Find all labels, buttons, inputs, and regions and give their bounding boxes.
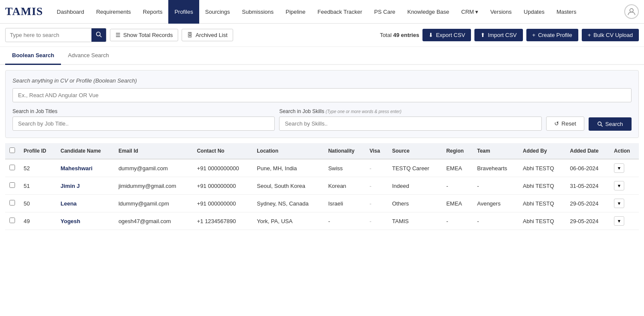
job-title-label: Search in Job Titles <box>12 108 275 114</box>
col-added-by: Added By <box>519 143 566 159</box>
cell-team: - <box>473 212 519 230</box>
nav-pipeline[interactable]: Pipeline <box>279 0 311 24</box>
cell-added-date: 06-06-2024 <box>566 159 610 177</box>
cell-action: ▾ <box>610 159 639 177</box>
row-checkbox-cell <box>5 212 19 230</box>
nav-ps-care[interactable]: PS Care <box>368 0 401 24</box>
boolean-search-label: Search anything in CV or Profile (Boolea… <box>12 77 632 84</box>
nav-versions[interactable]: Versions <box>484 0 518 24</box>
import-csv-button[interactable]: ⬆ Import CSV <box>474 29 522 41</box>
cell-region: - <box>442 212 473 230</box>
cell-candidate-name[interactable]: Leena <box>56 195 114 212</box>
col-contact-no: Contact No <box>193 143 253 159</box>
action-dropdown-button[interactable]: ▾ <box>614 163 624 173</box>
col-location: Location <box>252 143 324 159</box>
table-row: 51 Jimin J jimidummy@gmail.com +91 00000… <box>5 177 639 195</box>
app-logo: TAMIS <box>5 5 43 18</box>
select-all-checkbox[interactable] <box>9 147 15 153</box>
cell-email: ogesh47@gmail.com <box>114 212 193 230</box>
cell-nationality: Korean <box>324 177 365 195</box>
total-info: Total 49 entries <box>380 32 419 38</box>
cell-candidate-name[interactable]: Jimin J <box>56 177 114 195</box>
cell-added-by: Abhi TESTQ <box>519 195 566 212</box>
archived-list-button[interactable]: 🗄 Archived List <box>182 29 233 41</box>
cell-contact: +91 0000000000 <box>193 159 253 177</box>
archive-icon: 🗄 <box>187 32 193 38</box>
nav-reports[interactable]: Reports <box>137 0 169 24</box>
nav-updates[interactable]: Updates <box>518 0 550 24</box>
nav-sourcings[interactable]: Sourcings <box>199 0 236 24</box>
boolean-search-input[interactable] <box>12 88 632 102</box>
show-total-records-button[interactable]: ☰ Show Total Records <box>110 29 178 41</box>
cell-team: Bravehearts <box>473 159 519 177</box>
nav-masters[interactable]: Masters <box>550 0 582 24</box>
table-row: 52 Maheshwari dummy@gamil.com +91 000000… <box>5 159 639 177</box>
cell-visa: - <box>365 177 388 195</box>
cell-profile-id: 50 <box>19 195 56 212</box>
cell-candidate-name[interactable]: Maheshwari <box>56 159 114 177</box>
cell-profile-id: 52 <box>19 159 56 177</box>
cell-visa: - <box>365 159 388 177</box>
reset-button[interactable]: ↺ Reset <box>546 117 584 131</box>
col-candidate-name: Candidate Name <box>56 143 114 159</box>
job-skills-field: Search in Job Skills (Type one or more w… <box>279 108 541 131</box>
create-profile-button[interactable]: + Create Profile <box>526 29 578 41</box>
export-csv-button[interactable]: ⬇ Export CSV <box>422 29 471 41</box>
upload-icon: ⬆ <box>480 32 485 38</box>
cell-contact: +91 000000000 <box>193 177 253 195</box>
action-dropdown-button[interactable]: ▾ <box>614 199 624 208</box>
cell-team: - <box>473 177 519 195</box>
cell-visa: - <box>365 212 388 230</box>
cell-candidate-name[interactable]: Yogesh <box>56 212 114 230</box>
toolbar: ☰ Show Total Records 🗄 Archived List Tot… <box>0 24 644 47</box>
svg-line-4 <box>601 125 602 127</box>
search-input[interactable] <box>6 29 91 41</box>
cell-location: Sydney, NS, Canada <box>252 195 324 212</box>
cell-region: - <box>442 177 473 195</box>
cell-source: Indeed <box>388 177 442 195</box>
cell-added-date: 29-05-2024 <box>566 195 610 212</box>
col-region: Region <box>442 143 473 159</box>
row-checkbox[interactable] <box>9 165 15 170</box>
plus-icon-2: + <box>588 32 591 38</box>
nav-feedback-tracker[interactable]: Feedback Tracker <box>312 0 368 24</box>
cell-location: Pune, MH, India <box>252 159 324 177</box>
search-box <box>5 28 106 42</box>
job-skills-input[interactable] <box>279 117 541 131</box>
nav-submissions[interactable]: Submissions <box>236 0 280 24</box>
nav-knowledge-base[interactable]: Knowledge Base <box>401 0 456 24</box>
action-dropdown-button[interactable]: ▾ <box>614 216 624 226</box>
search-button[interactable]: Search <box>589 117 632 131</box>
action-dropdown-button[interactable]: ▾ <box>614 181 624 190</box>
search-icon-button[interactable] <box>91 28 106 42</box>
profiles-table-container: Profile ID Candidate Name Email Id Conta… <box>5 143 639 230</box>
user-avatar[interactable] <box>624 4 639 19</box>
svg-line-2 <box>100 36 102 37</box>
job-title-input[interactable] <box>12 117 275 131</box>
row-checkbox[interactable] <box>9 200 15 206</box>
nav-crm[interactable]: CRM ▾ <box>455 0 484 24</box>
bulk-cv-upload-button[interactable]: + Bulk CV Upload <box>582 29 639 41</box>
nav-dashboard[interactable]: Dashboard <box>51 0 90 24</box>
svg-point-0 <box>630 9 633 12</box>
col-team: Team <box>473 143 519 159</box>
job-skills-label: Search in Job Skills (Type one or more w… <box>279 108 541 114</box>
nav-profiles[interactable]: Profiles <box>168 0 199 24</box>
cell-source: TESTQ Career <box>388 159 442 177</box>
search-icon <box>597 121 603 127</box>
row-checkbox[interactable] <box>9 218 15 223</box>
tab-boolean-search[interactable]: Boolean Search <box>5 47 61 65</box>
cell-source: TAMIS <box>388 212 442 230</box>
cell-added-by: Abhi TESTQ <box>519 177 566 195</box>
col-profile-id: Profile ID <box>19 143 56 159</box>
nav-requirements[interactable]: Requirements <box>90 0 137 24</box>
tab-advance-search[interactable]: Advance Search <box>61 47 115 65</box>
cell-source: Others <box>388 195 442 212</box>
cell-location: York, PA, USA <box>252 212 324 230</box>
col-source: Source <box>388 143 442 159</box>
crm-chevron-icon: ▾ <box>475 9 478 15</box>
cell-email: dummy@gamil.com <box>114 159 193 177</box>
cell-nationality: - <box>324 212 365 230</box>
search-fields-row: Search in Job Titles Search in Job Skill… <box>12 108 632 131</box>
row-checkbox[interactable] <box>9 182 15 188</box>
